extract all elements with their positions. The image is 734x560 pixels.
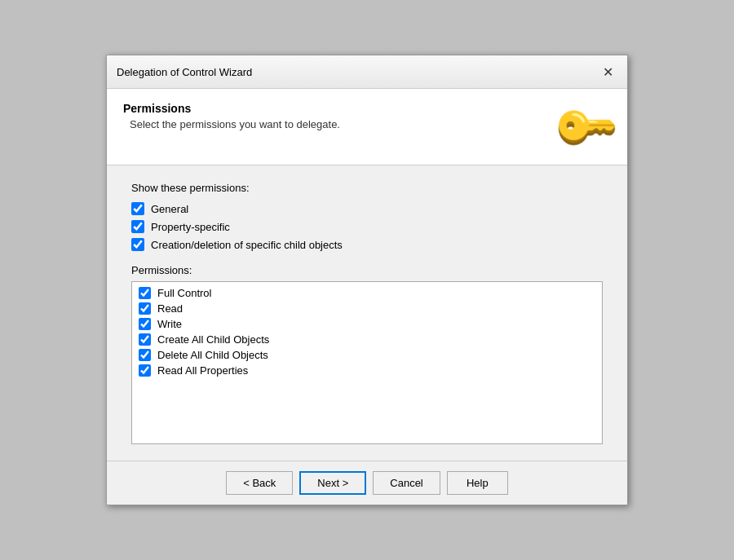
creation-deletion-label: Creation/deletion of specific child obje… <box>151 239 343 251</box>
help-button[interactable]: Help <box>447 471 508 495</box>
checkbox-general: General <box>131 202 603 215</box>
property-specific-checkbox[interactable] <box>131 220 144 233</box>
creation-deletion-checkbox[interactable] <box>131 238 144 251</box>
read-all-properties-label: Read All Properties <box>157 364 248 377</box>
close-button[interactable]: ✕ <box>598 62 617 82</box>
dialog-window: Delegation of Control Wizard ✕ Permissio… <box>106 55 628 505</box>
checkbox-creation-deletion: Creation/deletion of specific child obje… <box>131 238 603 251</box>
full-control-checkbox[interactable] <box>139 287 151 299</box>
show-permissions-group: General Property-specific Creation/delet… <box>131 202 603 251</box>
delete-all-child-checkbox[interactable] <box>139 349 151 361</box>
create-all-child-checkbox[interactable] <box>139 333 151 346</box>
list-item: Read All Properties <box>132 363 602 378</box>
list-item: Read <box>132 301 602 316</box>
delete-all-child-label: Delete All Child Objects <box>157 349 268 361</box>
back-button[interactable]: < Back <box>226 471 293 495</box>
next-button[interactable]: Next > <box>299 471 366 495</box>
read-all-properties-checkbox[interactable] <box>139 364 151 377</box>
header-section: Permissions Select the permissions you w… <box>107 89 627 165</box>
permissions-list[interactable]: Full Control Read Write Create All Child… <box>131 281 603 444</box>
list-item: Write <box>132 316 602 332</box>
general-checkbox[interactable] <box>131 202 144 215</box>
dialog-title: Delegation of Control Wizard <box>117 66 252 78</box>
content-area: Show these permissions: General Property… <box>107 165 627 461</box>
read-label: Read <box>157 302 183 315</box>
full-control-label: Full Control <box>157 287 211 299</box>
header-subtext: Select the permissions you want to deleg… <box>130 118 340 130</box>
permissions-label: Permissions: <box>131 264 603 276</box>
property-specific-label: Property-specific <box>151 221 230 233</box>
key-icon: 🔑 <box>558 102 611 152</box>
cancel-button[interactable]: Cancel <box>373 471 440 495</box>
read-checkbox[interactable] <box>139 302 151 315</box>
checkbox-property-specific: Property-specific <box>131 220 603 233</box>
show-permissions-label: Show these permissions: <box>131 182 603 194</box>
footer: < Back Next > Cancel Help <box>107 461 627 505</box>
list-item: Full Control <box>132 285 602 301</box>
general-label: General <box>151 203 188 215</box>
create-all-child-label: Create All Child Objects <box>157 333 269 346</box>
write-checkbox[interactable] <box>139 318 151 330</box>
write-label: Write <box>157 318 182 330</box>
header-heading: Permissions <box>123 102 340 115</box>
list-item: Create All Child Objects <box>132 332 602 347</box>
list-item: Delete All Child Objects <box>132 347 602 363</box>
header-text: Permissions Select the permissions you w… <box>123 102 340 130</box>
title-bar: Delegation of Control Wizard ✕ <box>107 55 627 89</box>
